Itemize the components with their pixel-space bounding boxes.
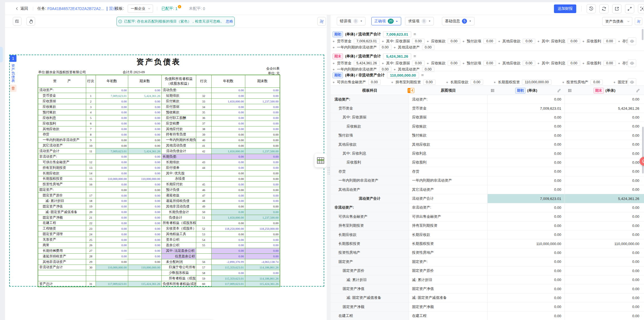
sheet-liability-closing: 0.00 [245,137,280,143]
sheet-asset-opening: 0.00 [96,87,128,93]
mapping-row[interactable]: 固定资产净值 固定资产净值 0.00 0.00 [331,284,644,293]
term-value[interactable]: 0.00 [412,39,424,44]
term-value[interactable]: 0.00 [368,80,381,85]
formula-scrollbar[interactable] [642,29,643,40]
mapping-row[interactable]: 固定资产 固定资产: 0.00 0.00 [331,257,644,266]
mapping-row[interactable]: 应收账款 应收账款 0.00 0.00 [331,122,644,131]
mapping-row[interactable]: 可供出售金融资产 可供出售金融资产 0.00 0.00 [331,212,644,221]
sheet-delete-button[interactable] [10,85,16,92]
term-value[interactable]: 0.00 [568,39,580,44]
term-value[interactable]: 0.00 [448,61,460,66]
template-subject: 流动资产: [331,95,409,104]
term-value[interactable]: 0.00 [603,39,616,44]
term-value[interactable]: 7,009,623.01 [354,39,380,44]
term-value[interactable]: 0.00 [523,39,535,44]
term-value[interactable]: 110,000,000.00 [522,80,551,85]
template-select[interactable]: 一般企业 [128,4,153,13]
mapping-row[interactable]: 存货 存货 0.00 0.00 [331,167,644,176]
outline-button[interactable] [13,17,21,26]
term-value[interactable]: 0.00 [471,80,483,85]
sheet-liability-opening: 0.00 [211,87,245,93]
mapping-row[interactable]: 固定资产原价 固定资产原价 0.00 0.00 [331,267,644,275]
sheet-line-no: 13 [86,165,96,170]
sheet-form-no: 会企01表 [241,66,280,71]
toggle-visibility-button[interactable] [628,59,636,67]
history-button[interactable] [587,4,596,13]
mapping-row[interactable]: 持有至到期投资 持有至到期投资 0.00 0.00 [331,221,644,230]
filter-基础信息[interactable]: 基础信息5▼ [442,17,474,25]
doc-settings-button[interactable] [317,17,326,26]
table-recognition-button[interactable] [314,153,327,167]
mapping-row[interactable]: 减: 累计折旧 减: 累计折旧 0.00 0.00 [331,275,644,284]
sheet-asset-label: 货币资金 [38,93,86,99]
sheet-liability-closing: 0.00 [245,209,280,215]
collapsed-drawer-handle[interactable] [0,47,3,62]
task-id-link[interactable]: F0A41B46572E47D2A2B72A2... [47,6,104,11]
mapping-row[interactable]: 一年内到期的非流动资产 一年内到期的非流动资产 0.00 0.00 [331,176,644,185]
mapping-row[interactable]: 应收股利 应收股利 0.00 0.00 [331,158,644,167]
open-external-button[interactable] [612,4,621,13]
sheet-tab-title[interactable]: 资产负债表 [10,64,16,83]
template-subject: 其他应收款 [331,140,409,149]
closing-value: 0.00 [565,140,644,149]
mapping-row[interactable]: 预付款项 预付账款 0.00 0.00 [331,131,644,140]
panel-settings-button[interactable] [635,18,642,25]
filter-求值项[interactable]: 求值项0▼ [405,17,434,25]
sheet-asset-label: 存货 [38,132,86,137]
term-value[interactable]: 0.00 [422,45,434,50]
hand-tool-button[interactable] [26,17,35,26]
term-value[interactable]: 0.00 [523,61,535,66]
mapping-row[interactable]: 流动资产合计 流动资产合计 7,009,623.01 5,424,361.26 [331,194,644,203]
term-label: 其他应收款 [502,61,520,66]
toggle-visibility-button[interactable] [628,78,636,86]
term-value[interactable]: 0.00 [448,39,460,44]
toggle-visibility-button[interactable] [628,37,636,45]
term-value[interactable]: 5,424,361.26 [354,61,380,66]
term-value[interactable]: 0.00 [483,61,496,66]
term-value[interactable]: 0.00 [483,39,496,44]
table-scrollbar[interactable] [642,127,644,174]
panel-splitter[interactable] [327,15,331,320]
edit-column-icon[interactable] [557,88,561,94]
filter-row: 资产负债表 错误项0▼正确项20▲求值项0▼基础信息5▼ [331,15,644,28]
fullscreen-button[interactable] [625,4,634,13]
mapping-row[interactable]: 其他应收款 其他应收款 0.00 0.00 [331,140,644,149]
mapping-row[interactable]: 在建工程 在建工程 0.00 0.00 [331,312,644,320]
closing-value: 0.00 [565,176,644,185]
ignore-link[interactable]: 忽略 [226,19,233,24]
sheet-tab-index[interactable]: 1 [10,55,16,62]
mapping-row[interactable]: 固定资产净额 固定资产净额 0.00 0.00 [331,302,644,311]
term-value[interactable]: 0.00 [568,61,580,66]
term-value[interactable]: 0.00 [412,61,424,66]
formula-title: (单体) / 流动资产合计 [345,54,381,59]
sheet-asset-closing: 5,424,361.26 [128,148,161,154]
mapping-row[interactable]: 长期应收款 长期应收款 0.00 0.00 [331,230,644,239]
refresh-button[interactable] [599,4,609,13]
append-report-button[interactable]: 追加财报 [554,4,576,13]
mapping-row[interactable]: 货币资金 货币资金 7,009,623.01 5,424,361.26 [331,104,644,113]
mapping-row[interactable]: 长期股权投资 长期股权投资 110,000,000.00 110,000,000… [331,239,644,248]
sheet-liability-label: 负债合计 [161,215,196,220]
mapping-row[interactable]: 投资性房地产 投资性房地产 0.00 0.00 [331,248,644,257]
mapping-row[interactable]: 其中: 应收利息 应收利息 0.00 0.00 [331,149,644,158]
term-value[interactable]: 0.00 [603,61,616,66]
sheet-liability-label: 未分配利润 [161,259,196,265]
mapping-row[interactable]: 其中: 应收票据 应收票据 0.00 0.00 [331,113,644,122]
term-value[interactable]: 0.00 [423,80,435,85]
text-recognize-button[interactable] [638,4,644,13]
mapping-row[interactable]: 减: 固定资产减值准备 减: 固定资产减值准备 0.00 0.00 [331,294,644,302]
count-badge: 0 [353,19,358,24]
report-select[interactable]: 资产负债表 [602,17,632,26]
term-value[interactable]: 0.00 [379,45,391,50]
text-scan-icon [640,6,644,11]
sheet-line-no [196,170,211,176]
sheet-liability-closing: 0.00 [245,187,280,193]
mapping-row[interactable]: 非流动资产: 非流动资产: 0.00 0.00 [331,203,644,212]
filter-错误项[interactable]: 错误项0▼ [337,17,365,25]
filter-正确项[interactable]: 正确项20▲ [371,17,401,25]
edit-column-icon[interactable] [636,88,640,94]
term-value[interactable]: 0.00 [590,80,603,85]
back-button[interactable]: 返回 [15,2,28,15]
mapping-row[interactable]: 其他流动资产 其它流动资产 0.00 0.00 [331,185,644,194]
mapping-row[interactable]: 流动资产: 流动资产: 0.00 0.00 [331,95,644,104]
